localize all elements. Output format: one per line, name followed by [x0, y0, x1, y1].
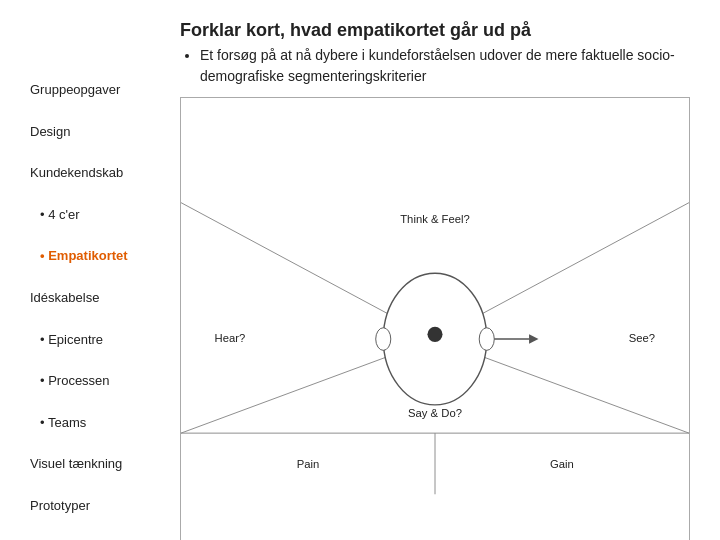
slide-title: Forklar kort, hvad empatikortet går ud p… [180, 20, 690, 41]
sidebar-item-4cer: • 4 c'er [30, 205, 160, 226]
sidebar: Gruppeopgaver Design Kundekendskab • 4 c… [30, 20, 160, 540]
sidebar-item-teams: • Teams [30, 413, 160, 434]
sidebar-item-processen: • Processen [30, 371, 160, 392]
svg-text:Pain: Pain [297, 458, 320, 470]
svg-point-8 [376, 328, 391, 351]
sidebar-item-visuel: Visuel tænkning [30, 454, 160, 475]
title-block: Forklar kort, hvad empatikortet går ud p… [180, 20, 690, 87]
sidebar-item-design: Design [30, 122, 160, 143]
sidebar-item-empatikortet: • Empatikortet [30, 246, 160, 267]
svg-text:See?: See? [629, 332, 655, 344]
svg-text:Think & Feel?: Think & Feel? [400, 213, 470, 225]
sidebar-item-gruppeopgaver: Gruppeopgaver [30, 80, 160, 101]
svg-point-9 [479, 328, 494, 351]
main-content: Forklar kort, hvad empatikortet går ud p… [180, 20, 690, 540]
empathy-map-diagram: Think & Feel? Hear? See? Say & Do? Pain … [180, 97, 690, 540]
slide-container: Gruppeopgaver Design Kundekendskab • 4 c… [0, 0, 720, 540]
svg-marker-11 [529, 334, 538, 343]
empathy-map-svg: Think & Feel? Hear? See? Say & Do? Pain … [181, 98, 689, 540]
svg-point-7 [427, 327, 442, 342]
sidebar-item-ideskabelse: Idéskabelse [30, 288, 160, 309]
slide-bullet-1: Et forsøg på at nå dybere i kundeforståe… [200, 45, 690, 87]
sidebar-item-epicentre: • Epicentre [30, 330, 160, 351]
svg-text:Say & Do?: Say & Do? [408, 407, 462, 419]
svg-text:Gain: Gain [550, 458, 574, 470]
svg-text:Hear?: Hear? [215, 332, 246, 344]
top-section: Gruppeopgaver Design Kundekendskab • 4 c… [30, 20, 690, 540]
sidebar-item-kundekendskab: Kundekendskab [30, 163, 160, 184]
slide-bullets: Et forsøg på at nå dybere i kundeforståe… [200, 45, 690, 87]
sidebar-item-prototyper: Prototyper [30, 496, 160, 517]
